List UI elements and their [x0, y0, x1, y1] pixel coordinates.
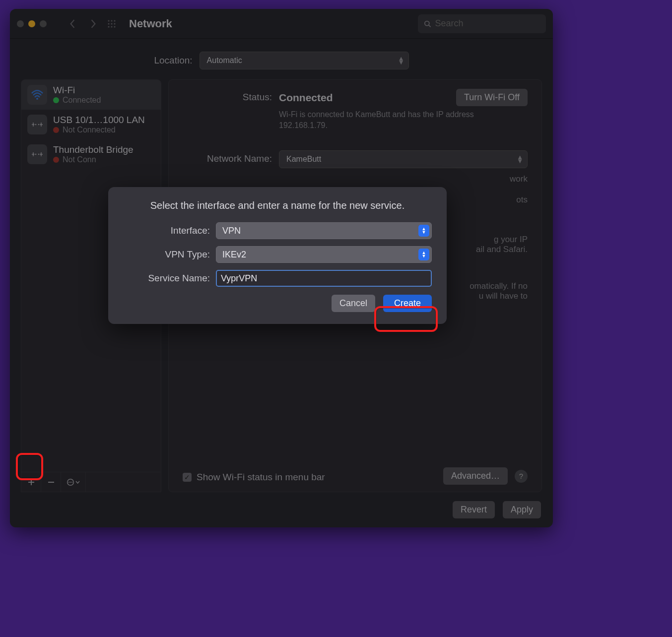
service-thunderbolt-bridge[interactable]: Thunderbolt Bridge Not Conn	[21, 139, 161, 169]
nav-buttons	[69, 19, 96, 28]
svg-point-23	[71, 482, 72, 483]
svg-point-11	[36, 98, 38, 100]
status-value: Connected	[279, 92, 333, 104]
annotation-highlight-create	[374, 306, 438, 332]
advanced-button[interactable]: Advanced…	[443, 467, 508, 485]
revert-button[interactable]: Revert	[453, 501, 495, 518]
svg-point-17	[35, 154, 37, 155]
svg-point-9	[425, 21, 429, 25]
svg-point-6	[108, 26, 109, 27]
popup-arrows-icon: ▲▼	[517, 155, 523, 163]
svg-point-1	[111, 20, 112, 21]
service-name-input[interactable]	[216, 270, 432, 287]
window-title: Network	[129, 17, 172, 30]
traffic-lights	[17, 20, 47, 27]
minus-icon	[48, 479, 55, 486]
titlebar: Network	[10, 9, 553, 39]
search-input[interactable]	[435, 18, 540, 29]
location-row: Location: Automatic ▲▼	[10, 39, 553, 79]
svg-point-8	[114, 26, 115, 27]
interface-select[interactable]: VPN ▲▼	[216, 222, 432, 239]
svg-point-5	[114, 23, 115, 24]
network-name-value: KameButt	[286, 155, 321, 164]
network-name-popup[interactable]: KameButt ▲▼	[279, 150, 528, 168]
status-description: Wi-Fi is connected to KameButt and has t…	[279, 109, 482, 130]
wifi-icon	[27, 85, 47, 105]
ellipsis-circle-icon	[67, 478, 74, 486]
svg-point-2	[114, 20, 115, 21]
toolbar-spacer	[86, 472, 161, 492]
svg-line-10	[429, 25, 431, 27]
network-name-label: Network Name:	[183, 150, 272, 164]
service-usb-lan[interactable]: USB 10/1…1000 LAN Not Connected	[21, 110, 161, 139]
svg-point-13	[35, 124, 37, 126]
status-dot-icon	[53, 127, 59, 133]
svg-point-0	[108, 20, 109, 21]
turn-wifi-off-button[interactable]: Turn Wi-Fi Off	[456, 89, 528, 106]
zoom-window-button[interactable]	[40, 20, 47, 27]
remove-service-button[interactable]	[41, 472, 61, 492]
service-name: Thunderbolt Bridge	[53, 144, 134, 155]
annotation-highlight-plus	[16, 453, 43, 480]
service-wifi[interactable]: Wi-Fi Connected	[21, 80, 161, 110]
service-name-label: Service Name:	[123, 273, 210, 284]
svg-point-4	[111, 23, 112, 24]
service-status: Not Connected	[63, 126, 116, 134]
show-in-menubar-checkbox[interactable]: ✓ Show Wi-Fi status in menu bar	[183, 472, 325, 483]
svg-point-21	[68, 482, 69, 483]
service-options-button[interactable]	[61, 472, 86, 492]
status-label: Status:	[183, 89, 272, 103]
service-status: Connected	[63, 96, 101, 105]
show-in-menubar-label: Show Wi-Fi status in menu bar	[197, 472, 325, 483]
location-popup[interactable]: Automatic ▲▼	[200, 52, 409, 69]
new-service-sheet: Select the interface and enter a name fo…	[108, 187, 447, 324]
interface-value: VPN	[222, 226, 241, 236]
location-label: Location:	[154, 55, 192, 66]
forward-icon[interactable]	[90, 19, 96, 28]
search-field[interactable]	[418, 14, 546, 33]
vpn-type-label: VPN Type:	[123, 249, 210, 260]
cancel-button[interactable]: Cancel	[332, 295, 375, 312]
sheet-title: Select the interface and enter a name fo…	[123, 200, 432, 211]
svg-point-18	[38, 154, 40, 155]
vpn-type-value: IKEv2	[222, 250, 246, 260]
back-icon[interactable]	[69, 19, 75, 28]
partial-text: work	[279, 174, 528, 184]
service-name: USB 10/1…1000 LAN	[53, 115, 145, 126]
location-value: Automatic	[207, 56, 242, 65]
svg-point-22	[70, 482, 71, 483]
checkmark-icon: ✓	[183, 473, 192, 482]
vpn-type-select[interactable]: IKEv2 ▲▼	[216, 246, 432, 263]
chevron-down-icon	[75, 481, 80, 484]
service-name: Wi-Fi	[53, 85, 101, 96]
close-window-button[interactable]	[17, 20, 24, 27]
service-status: Not Conn	[63, 155, 96, 164]
svg-point-7	[111, 26, 112, 27]
help-button[interactable]: ?	[515, 470, 528, 483]
ethernet-icon	[27, 115, 47, 134]
select-arrows-icon: ▲▼	[418, 225, 429, 237]
status-dot-icon	[53, 157, 59, 163]
svg-point-3	[108, 23, 109, 24]
apply-button[interactable]: Apply	[503, 501, 541, 518]
minimize-window-button[interactable]	[28, 20, 35, 27]
select-arrows-icon: ▲▼	[418, 249, 429, 260]
search-icon	[424, 20, 431, 28]
ethernet-icon	[27, 144, 47, 164]
interface-label: Interface:	[123, 225, 210, 236]
show-all-icon[interactable]	[107, 19, 116, 28]
status-dot-icon	[53, 97, 59, 103]
popup-arrows-icon: ▲▼	[398, 57, 404, 64]
svg-point-14	[38, 124, 40, 126]
bottom-actions: Revert Apply	[10, 492, 553, 527]
